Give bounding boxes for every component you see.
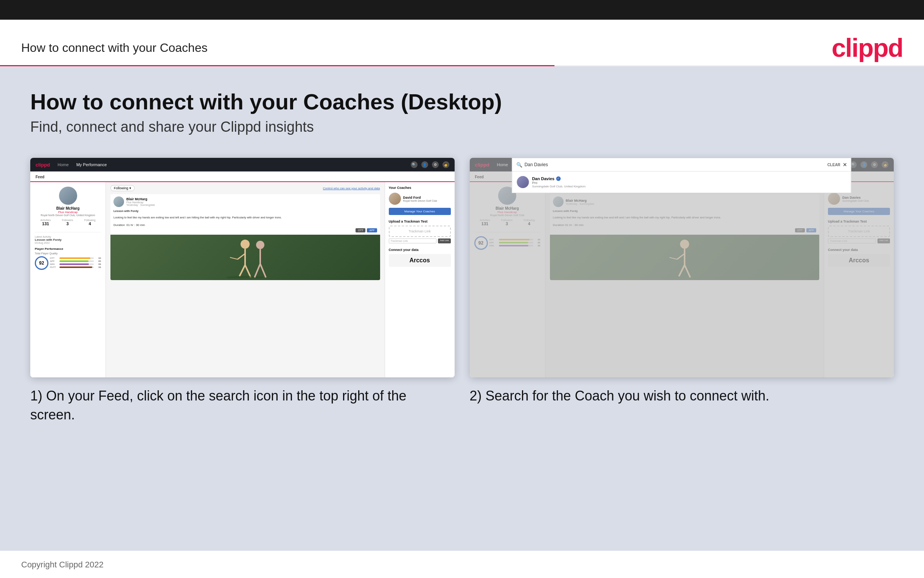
quality-title-1: Total Player Quality: [35, 252, 101, 255]
profile-area-1: Blair McHarg Plus Handicap Royal North D…: [35, 187, 101, 232]
bar-app: APP 85: [50, 260, 101, 262]
settings-icon[interactable]: ⚙: [432, 161, 439, 168]
coach-name-1: David Ford: [403, 196, 437, 200]
ott-btn[interactable]: OTT: [356, 228, 366, 232]
coaches-title-1: Your Coaches: [389, 186, 451, 190]
connect-title-1: Connect your data: [389, 248, 451, 252]
trackman-input-field[interactable]: Trackman Link: [389, 239, 437, 244]
following-button[interactable]: Following ▾: [110, 185, 135, 191]
golfer-svg-1: [207, 237, 283, 278]
screenshot1-col: clippd Home My Performance 🔍 👤 ⚙ 🧑 Feed: [30, 158, 455, 425]
svg-line-4: [239, 265, 245, 276]
feed-tab[interactable]: Feed: [36, 174, 44, 182]
post-handicap-1: Plus Handicap: [126, 201, 155, 204]
mock-left-panel-1: Blair McHarg Plus Handicap Royal North D…: [30, 182, 106, 377]
search-overlay: 🔍 Dan Davies CLEAR ✕ Dan Davie: [470, 158, 894, 377]
clippd-logo: clippd: [832, 33, 903, 62]
svg-line-5: [245, 265, 251, 278]
main-content: How to connect with your Coaches (Deskto…: [0, 66, 924, 551]
coach-club-1: Royal North Devon Golf Club: [403, 200, 437, 202]
latest-activity-label: Latest Activity: [35, 235, 101, 238]
handicap-1: Plus Handicap: [35, 211, 101, 214]
performance-title-1: Player Performance: [35, 247, 101, 250]
bar-ott: OTT 90: [50, 257, 101, 259]
result-name: Dan Davies: [532, 176, 555, 181]
following-label: Following: [84, 219, 96, 221]
post-btns-1: OTT APP: [110, 228, 380, 235]
trackman-input-row: Trackman Link Add Link: [389, 239, 451, 244]
followers-label: Followers: [62, 219, 73, 221]
trackman-title-1: Upload a Trackman Test: [389, 219, 451, 223]
search-clear-btn[interactable]: CLEAR: [827, 163, 840, 167]
svg-line-3: [230, 257, 238, 259]
search-results: Dan Davies ✓ Pro Sunningdale Golf Club, …: [512, 172, 851, 193]
bar-putt: PUTT 96: [50, 266, 101, 268]
search-icon[interactable]: 🔍: [411, 161, 417, 168]
post-duration-1: Duration 01 hr : 30 min: [110, 222, 380, 228]
mock-nav-icons: 🔍 👤 ⚙ 🧑: [411, 161, 449, 168]
latest-activity-date: 03 Aug 2022: [35, 242, 101, 244]
quality-row-1: 92 OTT 90 APP: [35, 256, 101, 270]
followers-num: 3: [62, 221, 73, 226]
copyright: Copyright Clippd 2022: [21, 560, 104, 569]
svg-point-0: [241, 240, 250, 249]
svg-line-10: [260, 264, 266, 278]
trackman-link-1: Trackman Link: [389, 226, 451, 237]
section-subtitle: Find, connect and share your Clippd insi…: [30, 119, 894, 135]
coach-avatar-1: [389, 193, 401, 205]
screenshot2-frame: clippd Home My Performance 🔍 👤 ⚙ 🧑 Feed: [470, 158, 894, 377]
mock-app-2: clippd Home My Performance 🔍 👤 ⚙ 🧑 Feed: [470, 158, 894, 377]
bars-1: OTT 90 APP 85: [50, 257, 101, 269]
stats-row-1: Activities 131 Followers 3 Following: [35, 219, 101, 226]
mock-nav-performance: My Performance: [76, 162, 107, 167]
post-body-1: Looking to feel like my hands are exitin…: [110, 216, 380, 222]
post-author-1: Blair McHarg: [126, 197, 155, 201]
circle-score-1: 92: [35, 256, 49, 270]
coach-row-1: David Ford Royal North Devon Golf Club: [389, 193, 451, 205]
header-title: How to connect with your Coaches: [21, 41, 208, 55]
control-link[interactable]: Control who can see your activity and da…: [323, 187, 380, 190]
mock-nav-1: clippd Home My Performance 🔍 👤 ⚙ 🧑: [30, 158, 455, 172]
result-avatar: [517, 176, 529, 188]
search-close-btn[interactable]: ✕: [843, 162, 847, 168]
mock-nav-home: Home: [58, 162, 68, 167]
arccos-logo-1: Arccos: [389, 254, 451, 267]
header: How to connect with your Coaches clippd: [0, 19, 924, 65]
latest-activity-section: Latest Activity Lesson with Fordy 03 Aug…: [35, 235, 101, 244]
mock-right-panel-1: Your Coaches David Ford Royal North Devo…: [385, 182, 455, 377]
svg-line-9: [254, 264, 260, 278]
mock-app-1: clippd Home My Performance 🔍 👤 ⚙ 🧑 Feed: [30, 158, 455, 377]
profile-icon[interactable]: 👤: [421, 161, 428, 168]
post-header-1: Blair McHarg Plus Handicap Yesterday · S…: [110, 194, 380, 209]
footer: Copyright Clippd 2022: [0, 551, 924, 578]
latest-activity-name: Lesson with Fordy: [35, 238, 101, 242]
verified-badge: ✓: [556, 176, 560, 181]
user-avatar-1: [59, 187, 77, 205]
activities-num: 131: [40, 221, 51, 226]
search-result-item[interactable]: Dan Davies ✓ Pro Sunningdale Golf Club, …: [513, 174, 851, 190]
manage-coaches-btn[interactable]: Manage Your Coaches: [389, 208, 451, 215]
screenshot1-frame: clippd Home My Performance 🔍 👤 ⚙ 🧑 Feed: [30, 158, 455, 377]
add-link-btn[interactable]: Add Link: [438, 239, 450, 244]
user-avatar-icon[interactable]: 🧑: [443, 161, 449, 168]
app-btn[interactable]: APP: [367, 228, 377, 232]
post-avatar-1: [113, 196, 124, 207]
svg-point-6: [226, 276, 264, 278]
screenshot2-col: clippd Home My Performance 🔍 👤 ⚙ 🧑 Feed: [470, 158, 894, 425]
result-club: Sunningdale Golf Club, United Kingdom: [532, 185, 586, 188]
mock-tabs-1: Feed: [30, 172, 455, 182]
search-input-text[interactable]: Dan Davies: [524, 162, 825, 167]
top-bar: [0, 0, 924, 19]
club-1: Royal North Devon Golf Club, United King…: [35, 214, 101, 216]
post-meta-1: Yesterday · Sunningdale: [126, 204, 155, 206]
search-bar: 🔍 Dan Davies CLEAR ✕: [512, 158, 851, 172]
svg-line-2: [238, 253, 245, 259]
result-role: Pro: [532, 181, 586, 185]
screenshots-row: clippd Home My Performance 🔍 👤 ⚙ 🧑 Feed: [30, 158, 894, 425]
mock-body-1: Blair McHarg Plus Handicap Royal North D…: [30, 182, 455, 377]
username-1: Blair McHarg: [35, 206, 101, 211]
following-num: 4: [84, 221, 96, 226]
post-title-1: Lesson with Fordy: [110, 209, 380, 216]
feed-header-1: Following ▾ Control who can see your act…: [106, 182, 385, 194]
mock-logo-1: clippd: [36, 162, 50, 168]
